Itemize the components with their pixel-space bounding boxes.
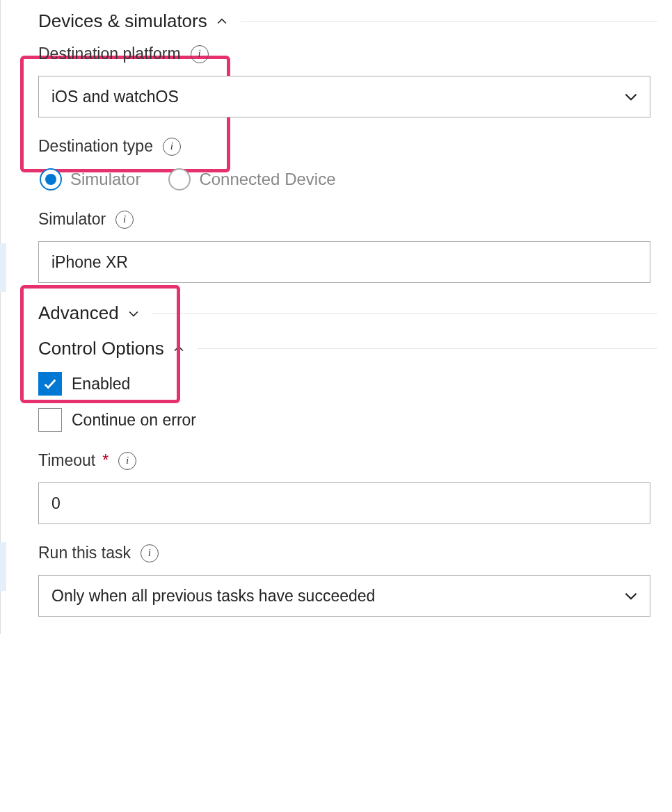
- radio-connected-label: Connected Device: [199, 170, 335, 189]
- radio-icon: [168, 168, 191, 190]
- section-control-title: Control Options: [38, 338, 164, 359]
- destination-platform-label: Destination platform: [38, 44, 181, 63]
- radio-simulator-label: Simulator: [70, 170, 141, 189]
- checkbox-icon: [38, 372, 62, 396]
- required-asterisk: *: [102, 451, 109, 470]
- chevron-up-icon: [171, 341, 186, 357]
- field-destination-type: Destination type i Simulator Connected D…: [38, 137, 657, 190]
- field-timeout: Timeout * i 0: [38, 451, 657, 524]
- section-devices-title: Devices & simulators: [38, 10, 207, 32]
- field-simulator: Simulator i iPhone XR: [38, 210, 657, 283]
- field-destination-platform: Destination platform i iOS and watchOS: [38, 44, 657, 117]
- info-icon[interactable]: i: [118, 452, 136, 470]
- continue-label: Continue on error: [72, 411, 196, 430]
- info-icon[interactable]: i: [163, 138, 181, 156]
- radio-connected-device[interactable]: Connected Device: [168, 168, 335, 190]
- info-icon[interactable]: i: [115, 211, 134, 229]
- radio-simulator[interactable]: Simulator: [40, 168, 141, 190]
- timeout-value: 0: [51, 494, 61, 513]
- timeout-label: Timeout: [38, 451, 95, 470]
- run-task-value: Only when all previous tasks have succee…: [51, 587, 375, 606]
- chevron-up-icon: [214, 14, 230, 29]
- field-run-task: Run this task i Only when all previous t…: [38, 544, 657, 617]
- run-task-select[interactable]: Only when all previous tasks have succee…: [38, 575, 650, 617]
- checkbox-icon: [38, 408, 62, 432]
- divider: [152, 313, 657, 314]
- enabled-label: Enabled: [72, 375, 130, 393]
- section-control-header[interactable]: Control Options: [38, 338, 657, 359]
- divider: [198, 348, 657, 349]
- divider: [241, 21, 657, 22]
- radio-icon: [40, 168, 62, 190]
- simulator-input[interactable]: iPhone XR: [38, 241, 650, 283]
- info-icon[interactable]: i: [141, 544, 159, 562]
- section-devices-header[interactable]: Devices & simulators: [38, 10, 657, 32]
- timeout-input[interactable]: 0: [38, 482, 650, 524]
- chevron-down-icon: [622, 88, 640, 106]
- destination-type-label: Destination type: [38, 137, 153, 156]
- chevron-down-icon: [622, 587, 640, 605]
- checkbox-enabled[interactable]: Enabled: [38, 372, 657, 396]
- chevron-down-icon: [126, 306, 141, 321]
- checkbox-continue-on-error[interactable]: Continue on error: [38, 408, 657, 432]
- simulator-value: iPhone XR: [51, 253, 128, 272]
- section-advanced-title: Advanced: [38, 302, 119, 324]
- left-marker: [0, 243, 6, 292]
- run-task-label: Run this task: [38, 544, 131, 562]
- info-icon[interactable]: i: [191, 45, 209, 63]
- simulator-label: Simulator: [38, 210, 106, 229]
- destination-platform-select[interactable]: iOS and watchOS: [38, 76, 650, 117]
- left-marker: [0, 542, 6, 591]
- destination-platform-value: iOS and watchOS: [51, 88, 179, 106]
- section-advanced-header[interactable]: Advanced: [38, 302, 657, 324]
